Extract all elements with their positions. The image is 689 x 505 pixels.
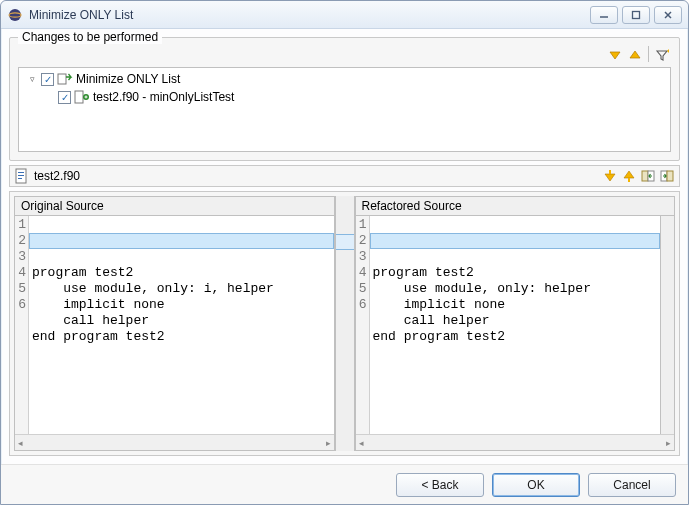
svg-marker-8 xyxy=(667,49,669,53)
eclipse-icon xyxy=(7,7,23,23)
tree-label: Minimize ONLY List xyxy=(76,72,180,86)
expand-down-icon[interactable] xyxy=(606,46,624,64)
file-name: test2.f90 xyxy=(34,169,598,183)
file-header: test2.f90 xyxy=(9,165,680,187)
expander-icon[interactable]: ▿ xyxy=(26,73,38,85)
svg-rect-23 xyxy=(667,171,673,181)
content-area: Changes to be performed ▿ ✓ Minimize ONL… xyxy=(1,29,688,464)
svg-rect-17 xyxy=(609,170,611,174)
diff-highlight xyxy=(29,233,334,249)
button-bar: < Back OK Cancel xyxy=(1,464,688,504)
svg-marker-18 xyxy=(624,171,634,178)
changes-group: Changes to be performed ▿ ✓ Minimize ONL… xyxy=(9,37,680,161)
scroll-right-icon[interactable]: ▸ xyxy=(326,438,331,448)
checkbox[interactable]: ✓ xyxy=(58,91,71,104)
original-pane: Original Source 123456 program test2 use… xyxy=(14,196,335,451)
filter-icon[interactable] xyxy=(653,46,671,64)
diff-highlight xyxy=(370,233,661,249)
scroll-right-icon[interactable]: ▸ xyxy=(666,438,671,448)
tree-item-file[interactable]: ✓ test2.f90 - minOnlyListTest xyxy=(19,88,670,106)
svg-marker-6 xyxy=(610,52,620,59)
line-numbers: 123456 xyxy=(15,216,29,434)
file-change-icon xyxy=(74,89,90,105)
changes-label: Changes to be performed xyxy=(18,30,162,44)
line-numbers: 123456 xyxy=(356,216,370,434)
compare-view: Original Source 123456 program test2 use… xyxy=(9,191,680,456)
changes-tree[interactable]: ▿ ✓ Minimize ONLY List ✓ test2.f90 - min… xyxy=(18,67,671,152)
maximize-button[interactable] xyxy=(622,6,650,24)
code-area[interactable]: program test2 use module, only: i, helpe… xyxy=(29,216,334,434)
original-title: Original Source xyxy=(14,196,335,216)
svg-rect-20 xyxy=(642,171,648,181)
titlebar: Minimize ONLY List xyxy=(1,1,688,29)
change-icon xyxy=(57,71,73,87)
ok-button[interactable]: OK xyxy=(492,473,580,497)
file-icon xyxy=(14,168,30,184)
svg-rect-19 xyxy=(628,178,630,182)
tree-label: test2.f90 - minOnlyListTest xyxy=(93,90,234,104)
original-editor[interactable]: 123456 program test2 use module, only: i… xyxy=(14,216,335,451)
collapse-up-icon[interactable] xyxy=(626,46,644,64)
compare-divider[interactable] xyxy=(335,196,355,451)
horizontal-scrollbar[interactable]: ◂▸ xyxy=(15,434,334,450)
svg-rect-9 xyxy=(58,74,66,84)
checkbox[interactable]: ✓ xyxy=(41,73,54,86)
close-button[interactable] xyxy=(654,6,682,24)
svg-rect-3 xyxy=(633,11,640,18)
scroll-left-icon[interactable]: ◂ xyxy=(359,438,364,448)
refactored-editor[interactable]: 123456 program test2 use module, only: h… xyxy=(355,216,676,451)
svg-rect-13 xyxy=(18,172,24,173)
scroll-left-icon[interactable]: ◂ xyxy=(18,438,23,448)
code-area[interactable]: program test2 use module, only: helper i… xyxy=(370,216,661,434)
svg-point-0 xyxy=(9,9,21,21)
overview-ruler[interactable] xyxy=(660,216,674,434)
minimize-button[interactable] xyxy=(590,6,618,24)
tree-item-root[interactable]: ▿ ✓ Minimize ONLY List xyxy=(19,70,670,88)
svg-marker-16 xyxy=(605,174,615,181)
changes-toolbar xyxy=(18,46,671,64)
svg-rect-14 xyxy=(18,175,24,176)
dialog-window: Minimize ONLY List Changes to be perform… xyxy=(0,0,689,505)
svg-marker-7 xyxy=(630,51,640,58)
next-diff-icon[interactable] xyxy=(602,168,618,184)
prev-diff-icon[interactable] xyxy=(621,168,637,184)
copy-right-icon[interactable] xyxy=(659,168,675,184)
cancel-button[interactable]: Cancel xyxy=(588,473,676,497)
window-title: Minimize ONLY List xyxy=(29,8,590,22)
diff-link-band xyxy=(336,234,354,250)
window-buttons xyxy=(590,6,682,24)
refactored-pane: Refactored Source 123456 program test2 u… xyxy=(355,196,676,451)
back-button[interactable]: < Back xyxy=(396,473,484,497)
horizontal-scrollbar[interactable]: ◂▸ xyxy=(356,434,675,450)
svg-rect-10 xyxy=(75,91,83,103)
toolbar-divider xyxy=(648,46,649,62)
svg-rect-15 xyxy=(18,178,22,179)
refactored-title: Refactored Source xyxy=(355,196,676,216)
copy-left-icon[interactable] xyxy=(640,168,656,184)
compare-toolbar xyxy=(602,168,675,184)
